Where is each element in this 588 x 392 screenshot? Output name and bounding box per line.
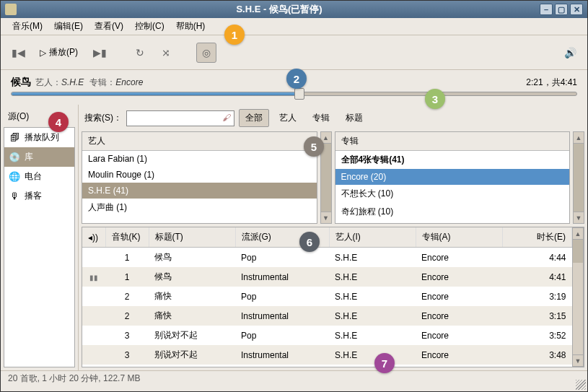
track-status — [82, 345, 105, 365]
track-status — [82, 326, 105, 345]
track-artist: S.H.E — [329, 287, 416, 306]
track-artist: S.H.E — [329, 248, 416, 268]
visualizer-button[interactable]: ◎ — [196, 43, 216, 63]
artist-item[interactable]: S.H.E (41) — [82, 183, 317, 199]
np-artist-label: 艺人： — [35, 77, 61, 89]
track-artist: S.H.E — [329, 345, 416, 365]
progress-bar[interactable] — [1, 92, 587, 105]
track-row[interactable]: ▮▮ 1 候鸟 Instrumental S.H.E Encore 4:41 — [82, 267, 572, 287]
artist-header[interactable]: 艺人 — [82, 132, 317, 151]
sidebar: 源(O) 🗐播放队列💿库🌐电台🎙播客 — [1, 105, 79, 370]
search-input[interactable]: 🖌 — [126, 110, 234, 126]
scroll-thumb[interactable] — [573, 240, 583, 263]
progress-thumb[interactable] — [294, 88, 304, 100]
shuffle-button[interactable]: ⤨ — [156, 43, 176, 63]
col-track[interactable]: 音轨(K) — [105, 227, 149, 248]
track-genre: Instrumental — [235, 345, 329, 365]
track-genre: Instrumental — [235, 306, 329, 326]
next-button[interactable]: ▶▮ — [89, 43, 110, 63]
scroll-down-icon[interactable]: ▼ — [573, 354, 583, 366]
search-label: 搜索(S)： — [84, 112, 122, 124]
menu-view[interactable]: 查看(V) — [90, 19, 128, 34]
previous-button[interactable]: ▮◀ — [8, 43, 28, 63]
source-item[interactable]: 🗐播放队列 — [4, 128, 74, 147]
menu-edit[interactable]: 编辑(E) — [50, 19, 87, 34]
maximize-button[interactable]: ▢ — [555, 4, 568, 15]
artist-item[interactable]: Moulin Rouge (1) — [82, 167, 317, 183]
volume-button[interactable]: 🔊 — [560, 43, 580, 63]
track-artist: S.H.E — [329, 267, 416, 287]
track-genre: Pop — [235, 287, 329, 306]
col-album[interactable]: 专辑(A) — [416, 227, 502, 248]
menu-music[interactable]: 音乐(M) — [8, 19, 47, 34]
filter-all[interactable]: 全部 — [239, 109, 269, 127]
scroll-down-icon[interactable]: ▼ — [574, 212, 584, 223]
minimize-button[interactable]: – — [540, 4, 553, 15]
statusbar: 20 首歌, 1 小时 20 分钟, 122.7 MB — [1, 370, 587, 386]
col-duration[interactable]: 时长(E) — [502, 227, 572, 248]
track-row[interactable]: 3 别说对不起 Instrumental S.H.E Encore 3:48 — [82, 345, 572, 365]
repeat-button[interactable]: ↻ — [130, 43, 150, 63]
track-album: Encore — [416, 326, 502, 345]
resize-grip[interactable] — [576, 380, 586, 390]
track-album: Encore — [416, 287, 502, 306]
annotation-marker: 7 — [374, 353, 395, 373]
track-title: 候鸟 — [149, 267, 235, 287]
source-label: 库 — [25, 151, 33, 163]
scroll-up-icon[interactable]: ▲ — [573, 228, 583, 240]
track-list: ◂)) 音轨(K) 标题(T) 流派(G) 艺人(I) 专辑(A) 时长(E) … — [82, 227, 584, 367]
source-icon: 🌐 — [9, 171, 20, 183]
track-artist: S.H.E — [329, 326, 416, 345]
np-album: Encore — [115, 77, 143, 87]
album-item[interactable]: 奇幻旅程 (10) — [335, 203, 570, 221]
album-item[interactable]: Encore (20) — [335, 169, 570, 185]
close-button[interactable]: ✕ — [570, 4, 583, 15]
track-duration: 4:41 — [502, 267, 572, 287]
scroll-up-icon[interactable]: ▲ — [574, 132, 584, 144]
filter-album[interactable]: 专辑 — [307, 110, 335, 126]
source-item[interactable]: 💿库 — [4, 147, 74, 167]
scroll-down-icon[interactable]: ▼ — [321, 212, 331, 223]
album-header[interactable]: 专辑 — [335, 132, 570, 151]
scroll-thumb[interactable] — [574, 144, 584, 212]
artist-browser: 艺人 Lara Fabian (1)Moulin Rouge (1)S.H.E … — [82, 131, 317, 224]
source-list: 🗐播放队列💿库🌐电台🎙播客 — [4, 127, 75, 367]
toolbar: ▮◀ ▷ 播放(P) ▶▮ ↻ ⤨ ◎ 🔊 — [1, 35, 587, 70]
track-status — [82, 287, 105, 306]
track-row[interactable]: 2 痛快 Pop S.H.E Encore 3:19 — [82, 287, 572, 306]
scroll-thumb[interactable] — [321, 144, 331, 212]
track-row[interactable]: 1 候鸟 Pop S.H.E Encore 4:44 — [82, 248, 572, 268]
source-icon: 💿 — [9, 152, 20, 163]
artist-item[interactable]: 人声曲 (1) — [82, 199, 317, 217]
clear-search-icon[interactable]: 🖌 — [222, 113, 231, 123]
artist-item[interactable]: Lara Fabian (1) — [82, 151, 317, 167]
np-album-label: 专辑： — [89, 77, 115, 89]
annotation-marker: 5 — [304, 136, 324, 157]
album-item[interactable]: 全部4张专辑(41) — [335, 151, 570, 169]
col-title[interactable]: 标题(T) — [149, 227, 235, 248]
filter-artist[interactable]: 艺人 — [273, 110, 302, 126]
track-status: ▮▮ — [82, 267, 105, 287]
album-item[interactable]: 不想长大 (10) — [335, 185, 570, 203]
album-scrollbar[interactable]: ▲ ▼ — [573, 131, 584, 224]
source-item[interactable]: 🎙播客 — [4, 186, 74, 206]
menubar: 音乐(M) 编辑(E) 查看(V) 控制(C) 帮助(H) — [1, 18, 587, 35]
annotation-marker: 1 — [224, 25, 245, 45]
source-label: 播客 — [25, 190, 42, 202]
col-artist[interactable]: 艺人(I) — [329, 227, 416, 248]
menu-help[interactable]: 帮助(H) — [172, 19, 210, 34]
track-num: 2 — [105, 287, 149, 306]
play-icon: ▷ — [40, 48, 46, 58]
window-title: S.H.E - 候鸟(已暂停) — [21, 3, 537, 16]
filter-title[interactable]: 标题 — [340, 110, 369, 126]
titlebar[interactable]: S.H.E - 候鸟(已暂停) – ▢ ✕ — [1, 1, 587, 18]
source-item[interactable]: 🌐电台 — [4, 167, 74, 186]
col-status[interactable]: ◂)) — [82, 227, 105, 248]
track-row[interactable]: 2 痛快 Instrumental S.H.E Encore 3:15 — [82, 306, 572, 326]
track-row[interactable]: 3 别说对不起 Pop S.H.E Encore 3:52 — [82, 326, 572, 345]
track-album: Encore — [416, 248, 502, 268]
status-text: 20 首歌, 1 小时 20 分钟, 122.7 MB — [8, 373, 140, 385]
menu-control[interactable]: 控制(C) — [131, 19, 169, 34]
play-button[interactable]: ▷ 播放(P) — [34, 43, 84, 61]
track-scrollbar[interactable]: ▲ ▼ — [572, 227, 584, 367]
